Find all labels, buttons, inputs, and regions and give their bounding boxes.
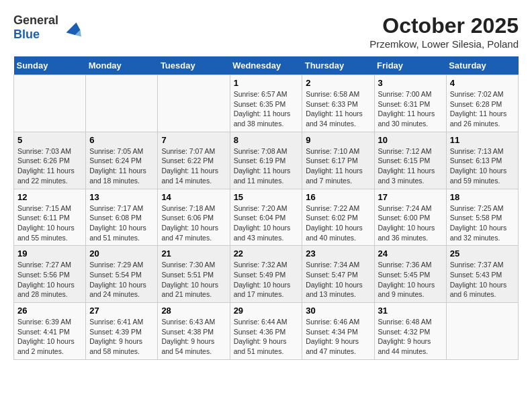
calendar-cell: 23Sunrise: 7:34 AM Sunset: 5:47 PM Dayli… (302, 246, 374, 303)
logo-blue-text: Blue (13, 28, 58, 42)
day-info: Sunrise: 7:17 AM Sunset: 6:08 PM Dayligh… (89, 203, 154, 243)
day-number: 25 (450, 248, 515, 259)
calendar-cell: 25Sunrise: 7:37 AM Sunset: 5:43 PM Dayli… (446, 246, 518, 303)
calendar-cell (86, 75, 158, 132)
day-info: Sunrise: 7:13 AM Sunset: 6:13 PM Dayligh… (450, 146, 515, 186)
day-number: 6 (89, 135, 154, 145)
week-row-2: 5Sunrise: 7:03 AM Sunset: 6:26 PM Daylig… (14, 132, 519, 189)
col-header-monday: Monday (86, 56, 158, 75)
calendar-cell: 10Sunrise: 7:12 AM Sunset: 6:15 PM Dayli… (374, 132, 446, 189)
day-number: 20 (89, 248, 154, 259)
day-info: Sunrise: 6:46 AM Sunset: 4:34 PM Dayligh… (306, 317, 370, 357)
calendar-cell: 6Sunrise: 7:05 AM Sunset: 6:24 PM Daylig… (86, 132, 158, 189)
calendar-cell: 9Sunrise: 7:10 AM Sunset: 6:17 PM Daylig… (302, 132, 374, 189)
logo-general-text: General (13, 13, 58, 28)
day-number: 1 (234, 78, 299, 88)
page-title: October 2025 (369, 13, 519, 38)
day-info: Sunrise: 7:34 AM Sunset: 5:47 PM Dayligh… (306, 260, 370, 300)
day-info: Sunrise: 7:20 AM Sunset: 6:04 PM Dayligh… (234, 203, 299, 243)
calendar-cell: 19Sunrise: 7:27 AM Sunset: 5:56 PM Dayli… (14, 246, 86, 303)
day-number: 14 (161, 192, 226, 202)
day-info: Sunrise: 7:00 AM Sunset: 6:31 PM Dayligh… (378, 89, 443, 129)
calendar-cell (446, 303, 518, 360)
calendar-cell: 31Sunrise: 6:48 AM Sunset: 4:32 PM Dayli… (374, 303, 446, 360)
calendar-cell: 11Sunrise: 7:13 AM Sunset: 6:13 PM Dayli… (446, 132, 518, 189)
calendar-cell: 3Sunrise: 7:00 AM Sunset: 6:31 PM Daylig… (374, 75, 446, 132)
calendar-cell: 21Sunrise: 7:30 AM Sunset: 5:51 PM Dayli… (158, 246, 230, 303)
calendar-cell: 18Sunrise: 7:25 AM Sunset: 5:58 PM Dayli… (446, 189, 518, 246)
day-info: Sunrise: 7:07 AM Sunset: 6:22 PM Dayligh… (161, 146, 226, 186)
week-row-3: 12Sunrise: 7:15 AM Sunset: 6:11 PM Dayli… (14, 189, 519, 246)
col-header-tuesday: Tuesday (158, 56, 230, 75)
calendar-table: SundayMondayTuesdayWednesdayThursdayFrid… (13, 56, 519, 360)
day-info: Sunrise: 7:30 AM Sunset: 5:51 PM Dayligh… (161, 260, 226, 300)
day-number: 24 (378, 248, 443, 259)
day-info: Sunrise: 7:05 AM Sunset: 6:24 PM Dayligh… (89, 146, 154, 186)
calendar-cell: 12Sunrise: 7:15 AM Sunset: 6:11 PM Dayli… (14, 189, 86, 246)
calendar-cell: 28Sunrise: 6:43 AM Sunset: 4:38 PM Dayli… (158, 303, 230, 360)
calendar-cell: 4Sunrise: 7:02 AM Sunset: 6:28 PM Daylig… (446, 75, 518, 132)
col-header-saturday: Saturday (446, 56, 518, 75)
day-info: Sunrise: 6:58 AM Sunset: 6:33 PM Dayligh… (306, 89, 370, 129)
logo-icon (61, 17, 81, 38)
day-number: 5 (17, 135, 82, 145)
day-number: 16 (306, 192, 370, 202)
day-number: 17 (378, 192, 443, 202)
day-info: Sunrise: 7:32 AM Sunset: 5:49 PM Dayligh… (234, 260, 299, 300)
day-info: Sunrise: 7:02 AM Sunset: 6:28 PM Dayligh… (450, 89, 515, 129)
calendar-cell: 1Sunrise: 6:57 AM Sunset: 6:35 PM Daylig… (230, 75, 302, 132)
week-row-4: 19Sunrise: 7:27 AM Sunset: 5:56 PM Dayli… (14, 246, 519, 303)
day-number: 31 (378, 306, 443, 316)
day-info: Sunrise: 7:12 AM Sunset: 6:15 PM Dayligh… (378, 146, 443, 186)
calendar-cell: 20Sunrise: 7:29 AM Sunset: 5:54 PM Dayli… (86, 246, 158, 303)
calendar-cell: 30Sunrise: 6:46 AM Sunset: 4:34 PM Dayli… (302, 303, 374, 360)
calendar-cell: 16Sunrise: 7:22 AM Sunset: 6:02 PM Dayli… (302, 189, 374, 246)
calendar-cell: 26Sunrise: 6:39 AM Sunset: 4:41 PM Dayli… (14, 303, 86, 360)
page-header: General Blue October 2025 Przemkow, Lowe… (13, 13, 519, 50)
day-info: Sunrise: 6:39 AM Sunset: 4:41 PM Dayligh… (17, 317, 82, 357)
calendar-cell: 29Sunrise: 6:44 AM Sunset: 4:36 PM Dayli… (230, 303, 302, 360)
day-number: 29 (234, 306, 299, 316)
logo: General Blue (13, 13, 81, 42)
day-number: 26 (17, 306, 82, 316)
page-subtitle: Przemkow, Lower Silesia, Poland (369, 38, 519, 50)
day-number: 9 (306, 135, 370, 145)
day-info: Sunrise: 7:29 AM Sunset: 5:54 PM Dayligh… (89, 260, 154, 300)
calendar-cell: 5Sunrise: 7:03 AM Sunset: 6:26 PM Daylig… (14, 132, 86, 189)
calendar-cell: 22Sunrise: 7:32 AM Sunset: 5:49 PM Dayli… (230, 246, 302, 303)
day-number: 21 (161, 248, 226, 259)
day-info: Sunrise: 6:43 AM Sunset: 4:38 PM Dayligh… (161, 317, 226, 357)
week-row-1: 1Sunrise: 6:57 AM Sunset: 6:35 PM Daylig… (14, 75, 519, 132)
day-number: 27 (89, 306, 154, 316)
col-header-friday: Friday (374, 56, 446, 75)
col-header-thursday: Thursday (302, 56, 374, 75)
day-info: Sunrise: 7:22 AM Sunset: 6:02 PM Dayligh… (306, 203, 370, 243)
day-number: 15 (234, 192, 299, 202)
day-number: 7 (161, 135, 226, 145)
calendar-cell: 15Sunrise: 7:20 AM Sunset: 6:04 PM Dayli… (230, 189, 302, 246)
calendar-cell: 14Sunrise: 7:18 AM Sunset: 6:06 PM Dayli… (158, 189, 230, 246)
day-info: Sunrise: 6:41 AM Sunset: 4:39 PM Dayligh… (89, 317, 154, 357)
day-number: 19 (17, 248, 82, 259)
day-number: 3 (378, 78, 443, 88)
day-info: Sunrise: 7:27 AM Sunset: 5:56 PM Dayligh… (17, 260, 82, 300)
calendar-cell: 17Sunrise: 7:24 AM Sunset: 6:00 PM Dayli… (374, 189, 446, 246)
day-number: 10 (378, 135, 443, 145)
calendar-cell: 7Sunrise: 7:07 AM Sunset: 6:22 PM Daylig… (158, 132, 230, 189)
day-info: Sunrise: 7:18 AM Sunset: 6:06 PM Dayligh… (161, 203, 226, 243)
day-number: 23 (306, 248, 370, 259)
day-info: Sunrise: 6:57 AM Sunset: 6:35 PM Dayligh… (234, 89, 299, 129)
day-info: Sunrise: 7:25 AM Sunset: 5:58 PM Dayligh… (450, 203, 515, 243)
day-number: 22 (234, 248, 299, 259)
calendar-cell: 2Sunrise: 6:58 AM Sunset: 6:33 PM Daylig… (302, 75, 374, 132)
col-header-wednesday: Wednesday (230, 56, 302, 75)
day-number: 11 (450, 135, 515, 145)
day-number: 13 (89, 192, 154, 202)
calendar-cell: 13Sunrise: 7:17 AM Sunset: 6:08 PM Dayli… (86, 189, 158, 246)
day-info: Sunrise: 7:15 AM Sunset: 6:11 PM Dayligh… (17, 203, 82, 243)
day-info: Sunrise: 7:36 AM Sunset: 5:45 PM Dayligh… (378, 260, 443, 300)
calendar-cell: 8Sunrise: 7:08 AM Sunset: 6:19 PM Daylig… (230, 132, 302, 189)
day-number: 4 (450, 78, 515, 88)
day-info: Sunrise: 6:48 AM Sunset: 4:32 PM Dayligh… (378, 317, 443, 357)
day-info: Sunrise: 7:37 AM Sunset: 5:43 PM Dayligh… (450, 260, 515, 300)
